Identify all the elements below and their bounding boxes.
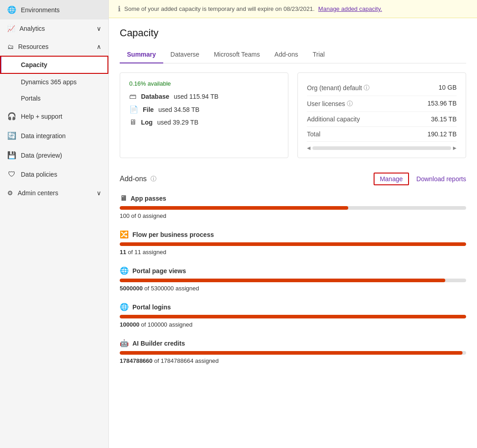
portal-logins-track <box>120 315 466 318</box>
flow-progress-fill <box>120 242 466 246</box>
portal-logins-assigned: 100000 of 100000 assigned <box>120 321 466 328</box>
sidebar-item-admin-centers[interactable]: ⚙ Admin centers ∨ <box>0 184 108 202</box>
available-pct: 0.16% available <box>129 80 279 87</box>
sidebar-item-help-support[interactable]: 🎧 Help + support <box>0 106 108 126</box>
portal-logins-icon: 🌐 <box>120 303 129 311</box>
capacity-card: Org (tenant) default ⓘ 10 GB User licens… <box>297 72 466 158</box>
database-icon: 🗃 <box>129 92 136 101</box>
app-passes-progress-track <box>120 206 466 210</box>
scrollbar-track[interactable] <box>312 146 451 150</box>
page-title: Capacity <box>120 27 466 39</box>
download-reports-link[interactable]: Download reports <box>416 175 466 183</box>
flow-progress-track <box>120 242 466 246</box>
manage-button[interactable]: Manage <box>374 173 409 185</box>
portal-page-views-fill <box>120 279 445 282</box>
ai-builder-track <box>120 351 466 355</box>
addons-info-icon[interactable]: ⓘ <box>151 175 156 183</box>
page-content: Capacity Summary Dataverse Microsoft Tea… <box>109 18 477 384</box>
resources-icon: 🗂 <box>7 43 14 50</box>
sidebar-item-data-policies[interactable]: 🛡 Data policies <box>0 165 108 184</box>
sidebar-item-dynamics365[interactable]: Dynamics 365 apps <box>0 74 108 90</box>
data-policies-icon: 🛡 <box>7 170 16 178</box>
capacity-row-additional: Additional capacity 36.15 TB <box>307 112 457 127</box>
app-passes-progress-fill <box>120 206 348 210</box>
storage-row-file: 📄 File used 34.58 TB <box>129 105 279 114</box>
sidebar: 🌐 Environments 📈 Analytics ∨ 🗂 Resources… <box>0 0 109 448</box>
manage-added-capacity-link[interactable]: Manage added capacity. <box>318 5 382 12</box>
portal-logins-fill <box>120 315 466 318</box>
tab-summary[interactable]: Summary <box>120 46 163 63</box>
addons-title-row: Add-ons ⓘ <box>120 175 156 183</box>
scroll-right-icon[interactable]: ▶ <box>453 145 457 150</box>
sidebar-item-portals[interactable]: Portals <box>0 90 108 106</box>
sidebar-item-resources[interactable]: 🗂 Resources ∧ <box>0 38 108 56</box>
storage-card: 0.16% available 🗃 Database used 115.94 T… <box>120 72 288 158</box>
flow-assigned: 11 of 11 assigned <box>120 249 466 255</box>
ai-builder-assigned: 1784788660 of 1784788664 assigned <box>120 357 466 364</box>
admin-centers-chevron: ∨ <box>97 189 101 197</box>
addons-section: Add-ons ⓘ Manage Download reports 🖥 App … <box>120 173 466 364</box>
sidebar-item-analytics[interactable]: 📈 Analytics ∨ <box>0 19 108 38</box>
log-icon: 🖥 <box>129 118 136 126</box>
analytics-chevron: ∨ <box>97 25 101 32</box>
org-default-info-icon[interactable]: ⓘ <box>364 84 370 92</box>
ai-builder-icon: 🤖 <box>120 339 129 347</box>
main-content: ℹ Some of your added capacity is tempora… <box>109 0 477 448</box>
addons-title: Add-ons <box>120 175 147 183</box>
capacity-row-user-licenses: User licenses ⓘ 153.96 TB <box>307 96 457 112</box>
addon-flow-per-business-process: 🔀 Flow per business process 11 of 11 ass… <box>120 230 466 255</box>
addon-portal-page-views: 🌐 Portal page views 5000000 of 5300000 a… <box>120 266 466 292</box>
tabs: Summary Dataverse Microsoft Teams Add-on… <box>120 46 466 63</box>
user-licenses-info-icon[interactable]: ⓘ <box>347 100 353 108</box>
capacity-banner: ℹ Some of your added capacity is tempora… <box>109 0 477 18</box>
ai-builder-fill <box>120 351 462 355</box>
addons-actions: Manage Download reports <box>374 173 466 185</box>
capacity-row-org-default: Org (tenant) default ⓘ 10 GB <box>307 80 457 96</box>
sidebar-item-environments[interactable]: 🌐 Environments <box>0 0 108 19</box>
sidebar-item-data-integration[interactable]: 🔄 Data integration <box>0 126 108 145</box>
resources-chevron: ∧ <box>97 43 101 50</box>
app-passes-icon: 🖥 <box>120 194 127 202</box>
tab-microsoft-teams[interactable]: Microsoft Teams <box>207 46 268 63</box>
help-icon: 🎧 <box>7 112 16 120</box>
tab-trial[interactable]: Trial <box>305 46 332 63</box>
admin-centers-icon: ⚙ <box>7 189 13 197</box>
capacity-row-total: Total 190.12 TB <box>307 127 457 142</box>
addon-ai-builder-credits: 🤖 AI Builder credits 1784788660 of 17847… <box>120 339 466 364</box>
summary-row: 0.16% available 🗃 Database used 115.94 T… <box>120 72 466 158</box>
analytics-icon: 📈 <box>7 25 15 32</box>
sidebar-item-data-preview[interactable]: 💾 Data (preview) <box>0 145 108 165</box>
sidebar-item-capacity[interactable]: Capacity <box>0 56 108 74</box>
environments-icon: 🌐 <box>7 5 16 14</box>
capacity-scrollbar[interactable]: ◀ ▶ <box>307 145 457 150</box>
banner-info-icon: ℹ <box>118 5 121 13</box>
scroll-left-icon[interactable]: ◀ <box>307 145 311 150</box>
data-preview-icon: 💾 <box>7 151 16 159</box>
addons-header: Add-ons ⓘ Manage Download reports <box>120 173 466 185</box>
data-integration-icon: 🔄 <box>7 131 16 140</box>
portal-page-views-track <box>120 279 466 282</box>
portal-page-views-assigned: 5000000 of 5300000 assigned <box>120 285 466 292</box>
tab-dataverse[interactable]: Dataverse <box>163 46 207 63</box>
addon-app-passes: 🖥 App passes 100 of 0 assigned <box>120 194 466 219</box>
flow-icon: 🔀 <box>120 230 129 239</box>
storage-row-database: 🗃 Database used 115.94 TB <box>129 92 279 101</box>
app-passes-assigned: 100 of 0 assigned <box>120 212 466 219</box>
portal-page-views-icon: 🌐 <box>120 266 129 275</box>
addon-portal-logins: 🌐 Portal logins 100000 of 100000 assigne… <box>120 303 466 328</box>
file-icon: 📄 <box>129 105 138 114</box>
storage-row-log: 🖥 Log used 39.29 TB <box>129 118 279 126</box>
tab-add-ons[interactable]: Add-ons <box>267 46 305 63</box>
